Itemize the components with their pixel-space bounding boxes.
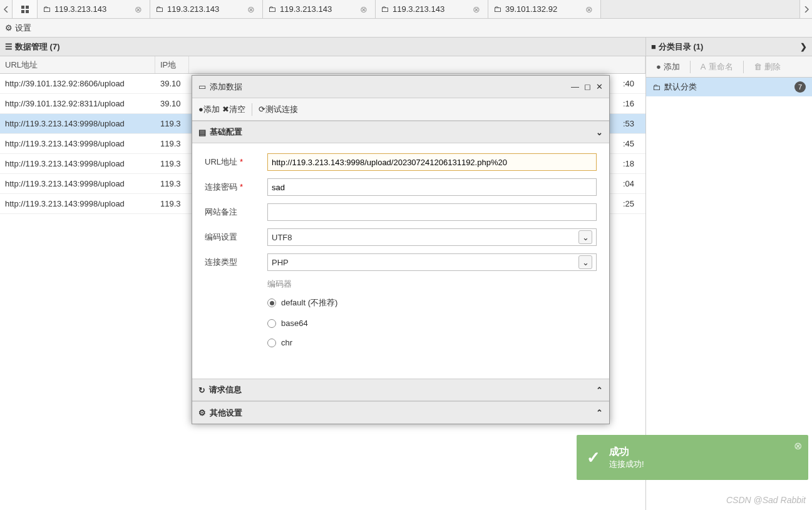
tab-item[interactable]: 🗀119.3.213.143⊗: [150, 0, 263, 18]
watermark: CSDN @Sad Rabbit: [726, 495, 806, 505]
modal-title-text: 添加数据: [210, 81, 242, 93]
close-icon[interactable]: ⊗: [583, 4, 595, 14]
accordion-label: 其他设置: [210, 407, 242, 419]
col-rest: [189, 56, 645, 73]
toast-message: 连接成功!: [609, 459, 644, 470]
tab-label: 119.3.213.143: [167, 4, 219, 14]
panel-title: 分类目录 (1): [659, 41, 704, 53]
window-icon: ▭: [198, 82, 206, 91]
separator: [743, 61, 744, 73]
test-button[interactable]: ⟳测试连接: [259, 104, 298, 115]
encoding-select[interactable]: UTF8 ⌄: [267, 228, 597, 246]
refresh-icon: ↻: [198, 385, 205, 395]
window-buttons: — ◻ ✕: [571, 82, 603, 91]
chevron-left-icon: [4, 6, 9, 13]
tab-scroll-left[interactable]: [0, 0, 13, 18]
gear-icon: ⚙: [5, 23, 13, 33]
count-badge: 7: [794, 81, 806, 93]
radio-icon: [267, 339, 276, 347]
accordion-request-head[interactable]: ↻ 请求信息 ⌃: [192, 379, 609, 401]
col-url[interactable]: URL地址: [0, 56, 155, 73]
grid-icon: [21, 5, 29, 14]
category-label: 默认分类: [664, 81, 697, 93]
svg-rect-2: [21, 10, 24, 13]
plus-icon: ●: [198, 105, 203, 114]
close-icon[interactable]: ✕: [596, 82, 603, 91]
category-toolbar: ●添加 A重命名 🗑删除: [646, 56, 812, 78]
folder-icon: 🗀: [652, 83, 660, 92]
close-icon[interactable]: ⊗: [794, 440, 802, 452]
accordion-basic-body: URL地址* 连接密码* 网站备注 编码设置 UTF8 ⌄ 连接类型 PHP ⌄…: [192, 143, 609, 379]
file-icon: ▤: [198, 128, 206, 137]
category-header: ■ 分类目录 (1) ❯: [646, 38, 812, 56]
add-button[interactable]: ●添加: [651, 59, 685, 75]
folder-icon: 🗀: [381, 4, 389, 14]
tab-label: 119.3.213.143: [280, 4, 332, 14]
remark-input[interactable]: [267, 203, 597, 221]
modal-toolbar: ●添加 ✖清空 ⟳测试连接: [192, 98, 609, 121]
tabs-bar: 🗀119.3.213.143⊗ 🗀119.3.213.143⊗ 🗀119.3.2…: [0, 0, 812, 19]
separator: [252, 103, 252, 116]
modal-titlebar[interactable]: ▭ 添加数据 — ◻ ✕: [192, 76, 609, 98]
select-value: UTF8: [272, 233, 292, 242]
chevron-up-icon: ⌃: [596, 385, 603, 395]
tab-item[interactable]: 🗀39.101.132.92⊗: [488, 0, 601, 18]
chevron-down-icon[interactable]: ⌄: [578, 255, 592, 269]
url-label: URL地址*: [205, 156, 267, 168]
data-panel-header: ☰ 数据管理 (7): [0, 38, 645, 56]
clear-button[interactable]: ✖清空: [222, 104, 245, 115]
tab-item[interactable]: 🗀119.3.213.143⊗: [263, 0, 376, 18]
accordion-label: 基础配置: [210, 126, 242, 138]
add-button[interactable]: ●添加: [198, 104, 220, 115]
separator: [690, 61, 691, 73]
delete-button[interactable]: 🗑删除: [749, 59, 786, 75]
minimize-icon[interactable]: —: [571, 82, 579, 91]
close-icon[interactable]: ⊗: [132, 4, 145, 14]
plus-icon: ●: [656, 62, 661, 71]
category-item[interactable]: 🗀 默认分类 7: [646, 78, 812, 96]
chevron-up-icon: ⌃: [596, 408, 603, 417]
close-icon[interactable]: ⊗: [470, 4, 483, 14]
rename-button[interactable]: A重命名: [696, 59, 738, 75]
toast-text: 成功 连接成功!: [609, 446, 644, 470]
check-icon: ✓: [587, 448, 600, 467]
close-icon[interactable]: ⊗: [245, 4, 257, 14]
tab-scroll-right[interactable]: [799, 0, 812, 18]
chevron-right-icon[interactable]: ❯: [800, 42, 807, 51]
remark-row: 网站备注: [205, 203, 597, 221]
cell-ip: 119.3: [155, 119, 189, 128]
type-row: 连接类型 PHP ⌄: [205, 253, 597, 271]
encoder-option[interactable]: base64: [267, 319, 597, 328]
col-ip[interactable]: IP地: [155, 56, 189, 73]
tab-home[interactable]: [13, 0, 38, 18]
cell-url: http://39.101.132.92:8311/upload: [0, 99, 155, 108]
tabs-list: 🗀119.3.213.143⊗ 🗀119.3.213.143⊗ 🗀119.3.2…: [38, 0, 799, 18]
svg-rect-1: [26, 6, 29, 9]
accordion-basic-head[interactable]: ▤ 基础配置 ⌄: [192, 121, 609, 143]
accordion-other-head[interactable]: ⚙ 其他设置 ⌃: [192, 401, 609, 424]
encoding-label: 编码设置: [205, 232, 267, 243]
cell-url: http://119.3.213.143:9998/upload: [0, 139, 155, 148]
tab-label: 39.101.132.92: [505, 4, 557, 14]
chevron-down-icon: ⌄: [596, 128, 603, 137]
cell-url: http://119.3.213.143:9998/upload: [0, 179, 155, 188]
chevron-down-icon[interactable]: ⌄: [578, 230, 592, 244]
settings-bar: ⚙ 设置: [0, 19, 812, 38]
success-toast: ✓ 成功 连接成功! ⊗: [577, 435, 808, 480]
encoder-option[interactable]: chr: [267, 338, 597, 347]
settings-label[interactable]: 设置: [15, 23, 31, 34]
cell-url: http://119.3.213.143:9998/upload: [0, 199, 155, 208]
type-label: 连接类型: [205, 257, 267, 268]
tab-item[interactable]: 🗀119.3.213.143⊗: [38, 0, 150, 18]
cell-ip: 39.10: [155, 99, 189, 108]
close-icon[interactable]: ⊗: [357, 4, 370, 14]
tab-item[interactable]: 🗀119.3.213.143⊗: [376, 0, 488, 18]
maximize-icon[interactable]: ◻: [584, 82, 591, 91]
toast-title: 成功: [609, 446, 644, 459]
radio-label: chr: [281, 338, 292, 347]
url-input[interactable]: [267, 153, 597, 171]
folder-icon: ■: [651, 42, 656, 51]
encoder-option[interactable]: default (不推荐): [267, 297, 597, 309]
password-input[interactable]: [267, 178, 597, 196]
type-select[interactable]: PHP ⌄: [267, 253, 597, 271]
